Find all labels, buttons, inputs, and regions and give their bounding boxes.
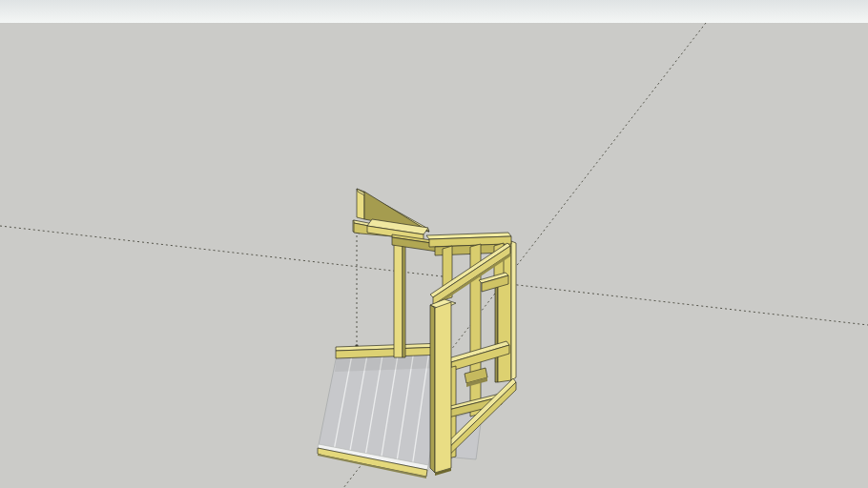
corner-post-right-edge <box>511 241 516 380</box>
front-post-left-sliver <box>430 305 435 473</box>
left-back-post-side <box>403 238 405 357</box>
3d-model-viewport[interactable] <box>0 0 868 488</box>
sky-band <box>0 0 868 23</box>
left-back-post-face <box>394 238 403 357</box>
scene-canvas[interactable] <box>0 0 868 488</box>
front-post-face <box>435 302 451 473</box>
